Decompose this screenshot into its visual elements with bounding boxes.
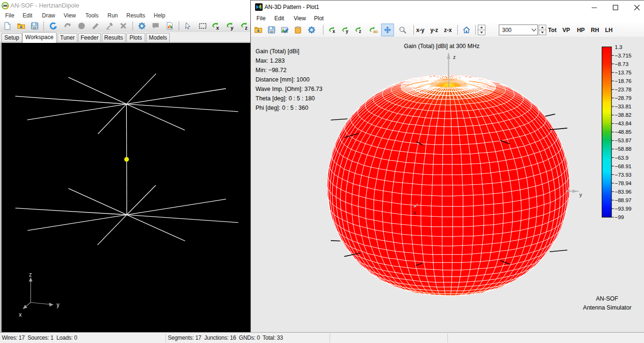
- svg-text:−63.9: −63.9: [615, 155, 628, 161]
- svg-text:x: x: [332, 29, 335, 34]
- svg-text:−48.85: −48.85: [615, 129, 632, 135]
- svg-text:−13.75: −13.75: [615, 70, 632, 75]
- svg-text:−68.91: −68.91: [615, 163, 632, 169]
- svg-text:y: y: [579, 192, 582, 197]
- svg-text:LH: LH: [605, 27, 613, 33]
- svg-text:−93.99: −93.99: [615, 206, 632, 212]
- svg-text:AN-SOF: AN-SOF: [2, 5, 8, 7]
- svg-text:z: z: [245, 25, 248, 31]
- svg-text:Gain (Total) [dBi]: Gain (Total) [dBi]: [256, 48, 299, 55]
- svg-text:Theta [deg]: 0 : 5 : 180: Theta [deg]: 0 : 5 : 180: [256, 95, 315, 102]
- svg-text:−3.715: −3.715: [615, 53, 632, 58]
- svg-text:y-z: y-z: [430, 27, 438, 33]
- svg-text:z: z: [29, 271, 32, 278]
- svg-text:AN-SOF: AN-SOF: [596, 295, 619, 302]
- svg-text:x: x: [216, 25, 220, 31]
- svg-text:RH: RH: [591, 27, 599, 33]
- svg-text:1.3: 1.3: [615, 44, 622, 50]
- svg-text:y: y: [57, 302, 59, 308]
- svg-text:−23.78: −23.78: [615, 87, 632, 92]
- svg-text:−99: −99: [615, 214, 624, 220]
- svg-text:Antenna Simulator: Antenna Simulator: [583, 304, 632, 311]
- svg-text:Gain (Total) [dBi] at 300 MHz: Gain (Total) [dBi] at 300 MHz: [404, 43, 479, 49]
- svg-text:Tot: Tot: [548, 27, 557, 33]
- svg-text:VP: VP: [562, 27, 570, 33]
- svg-text:3D: 3D: [373, 30, 378, 34]
- svg-text:−38.82: −38.82: [615, 112, 632, 118]
- svg-text:Min: −98.72: Min: −98.72: [256, 67, 287, 74]
- svg-text:Phi [deg]: 0 : 5 : 360: Phi [deg]: 0 : 5 : 360: [256, 105, 308, 111]
- svg-text:HP: HP: [577, 27, 585, 33]
- svg-text:−43.84: −43.84: [615, 121, 632, 126]
- svg-text:−88.97: −88.97: [615, 197, 632, 203]
- svg-text:y: y: [346, 29, 348, 34]
- svg-text:Distance [mm]: 1000: Distance [mm]: 1000: [256, 76, 310, 83]
- svg-text:Wave Imp. [Ohm]: 376.73: Wave Imp. [Ohm]: 376.73: [256, 86, 322, 92]
- svg-text:−58.88: −58.88: [615, 146, 632, 152]
- svg-text:y: y: [231, 25, 234, 31]
- svg-text:x: x: [19, 311, 22, 318]
- svg-text:z-x: z-x: [444, 27, 452, 33]
- svg-text:300: 300: [502, 27, 512, 33]
- svg-text:−28.79: −28.79: [615, 95, 632, 101]
- svg-text:−33.81: −33.81: [615, 104, 632, 109]
- svg-text:−83.96: −83.96: [615, 189, 632, 195]
- svg-text:−73.93: −73.93: [615, 172, 632, 178]
- svg-text:−78.94: −78.94: [615, 180, 632, 186]
- svg-text:−18.76: −18.76: [615, 78, 632, 84]
- svg-text:x: x: [413, 210, 416, 215]
- svg-text:z: z: [453, 54, 456, 60]
- svg-text:x-y: x-y: [416, 27, 425, 33]
- svg-text:−53.87: −53.87: [615, 138, 632, 143]
- svg-text:Max: 1.283: Max: 1.283: [256, 57, 285, 64]
- svg-text:z: z: [359, 29, 361, 34]
- svg-text:−8.73: −8.73: [615, 61, 628, 67]
